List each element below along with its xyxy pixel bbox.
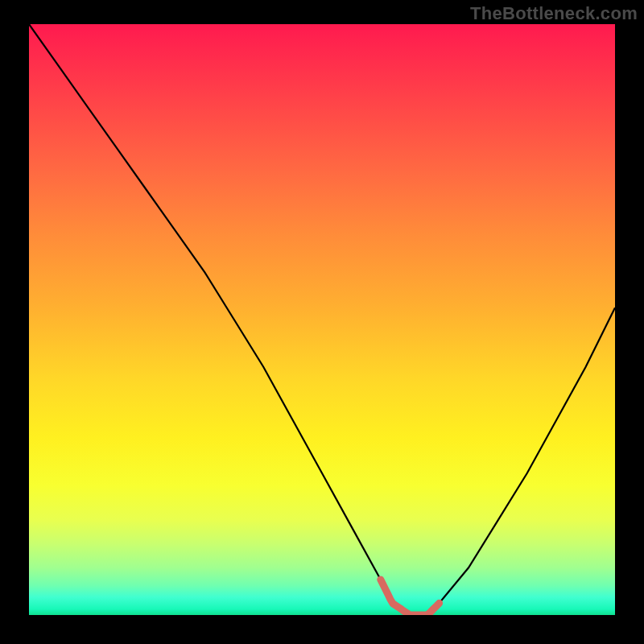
- watermark-text: TheBottleneck.com: [470, 3, 638, 24]
- optimal-range-marker: [381, 580, 440, 615]
- optimal-marker-layer: [29, 24, 615, 615]
- chart-frame: TheBottleneck.com: [0, 0, 644, 644]
- plot-area: [29, 24, 615, 615]
